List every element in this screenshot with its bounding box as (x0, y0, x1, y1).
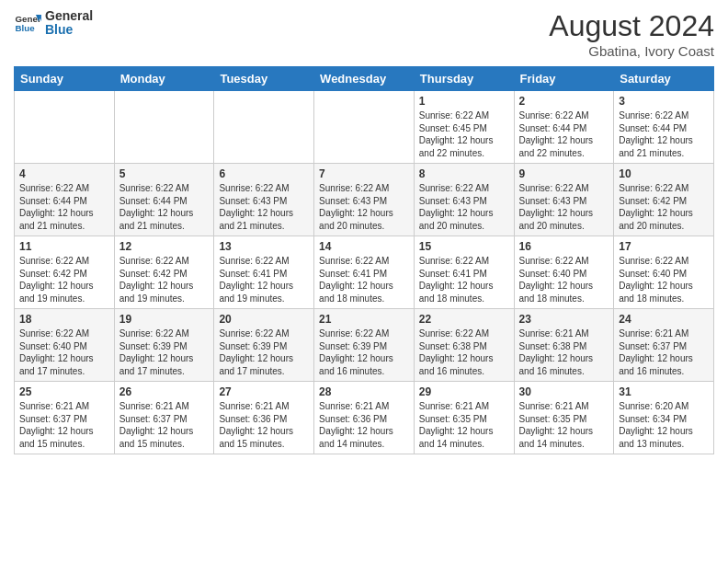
day-info: Sunrise: 6:22 AM Sunset: 6:39 PM Dayligh… (319, 327, 409, 377)
cal-cell-2-1: 12Sunrise: 6:22 AM Sunset: 6:42 PM Dayli… (114, 236, 214, 309)
calendar-table: Sunday Monday Tuesday Wednesday Thursday… (14, 66, 714, 454)
header-friday: Friday (514, 67, 614, 91)
cal-cell-1-5: 9Sunrise: 6:22 AM Sunset: 6:43 PM Daylig… (514, 164, 614, 236)
header-tuesday: Tuesday (214, 67, 314, 91)
cal-cell-3-5: 23Sunrise: 6:21 AM Sunset: 6:38 PM Dayli… (514, 309, 614, 382)
cal-cell-1-6: 10Sunrise: 6:22 AM Sunset: 6:42 PM Dayli… (614, 164, 714, 236)
day-number: 18 (19, 313, 109, 326)
day-info: Sunrise: 6:21 AM Sunset: 6:35 PM Dayligh… (419, 400, 509, 450)
header-wednesday: Wednesday (314, 67, 415, 91)
day-info: Sunrise: 6:20 AM Sunset: 6:34 PM Dayligh… (619, 400, 709, 450)
day-info: Sunrise: 6:22 AM Sunset: 6:40 PM Dayligh… (519, 255, 609, 304)
day-number: 25 (19, 385, 109, 398)
day-number: 29 (419, 385, 509, 398)
day-number: 22 (419, 313, 509, 326)
week-row-2: 4Sunrise: 6:22 AM Sunset: 6:44 PM Daylig… (15, 164, 714, 236)
cal-cell-1-3: 7Sunrise: 6:22 AM Sunset: 6:43 PM Daylig… (314, 164, 415, 236)
day-info: Sunrise: 6:22 AM Sunset: 6:39 PM Dayligh… (119, 327, 210, 377)
week-row-3: 11Sunrise: 6:22 AM Sunset: 6:42 PM Dayli… (15, 236, 714, 309)
logo-wordmark: General Blue (45, 9, 93, 38)
day-info: Sunrise: 6:21 AM Sunset: 6:35 PM Dayligh… (519, 400, 609, 450)
day-info: Sunrise: 6:22 AM Sunset: 6:44 PM Dayligh… (19, 182, 109, 232)
day-number: 4 (19, 167, 109, 180)
day-number: 9 (519, 167, 609, 180)
cal-cell-1-2: 6Sunrise: 6:22 AM Sunset: 6:43 PM Daylig… (214, 164, 314, 236)
day-info: Sunrise: 6:22 AM Sunset: 6:44 PM Dayligh… (619, 109, 709, 159)
day-number: 28 (319, 385, 409, 398)
day-number: 12 (119, 240, 210, 253)
day-info: Sunrise: 6:22 AM Sunset: 6:43 PM Dayligh… (419, 182, 509, 232)
day-number: 17 (619, 240, 709, 253)
day-number: 16 (519, 240, 609, 253)
cal-cell-3-6: 24Sunrise: 6:21 AM Sunset: 6:37 PM Dayli… (614, 309, 714, 382)
day-number: 8 (419, 167, 509, 180)
day-info: Sunrise: 6:21 AM Sunset: 6:37 PM Dayligh… (119, 400, 210, 450)
location-subtitle: Gbatina, Ivory Coast (549, 43, 714, 59)
day-info: Sunrise: 6:22 AM Sunset: 6:42 PM Dayligh… (19, 255, 109, 304)
svg-text:Blue: Blue (16, 23, 36, 33)
day-number: 6 (219, 167, 309, 180)
cal-cell-0-3 (314, 91, 415, 164)
week-row-4: 18Sunrise: 6:22 AM Sunset: 6:40 PM Dayli… (15, 309, 714, 382)
cal-cell-2-4: 15Sunrise: 6:22 AM Sunset: 6:41 PM Dayli… (414, 236, 514, 309)
day-info: Sunrise: 6:22 AM Sunset: 6:39 PM Dayligh… (219, 327, 309, 377)
cal-cell-1-4: 8Sunrise: 6:22 AM Sunset: 6:43 PM Daylig… (414, 164, 514, 236)
day-header-row: Sunday Monday Tuesday Wednesday Thursday… (15, 67, 714, 91)
day-info: Sunrise: 6:22 AM Sunset: 6:44 PM Dayligh… (519, 109, 609, 159)
cal-cell-4-1: 26Sunrise: 6:21 AM Sunset: 6:37 PM Dayli… (114, 382, 214, 454)
logo-icon: General Blue (14, 9, 41, 37)
cal-cell-0-1 (114, 91, 214, 164)
day-number: 31 (619, 385, 709, 398)
cal-cell-3-1: 19Sunrise: 6:22 AM Sunset: 6:39 PM Dayli… (114, 309, 214, 382)
cal-cell-3-4: 22Sunrise: 6:22 AM Sunset: 6:38 PM Dayli… (414, 309, 514, 382)
day-info: Sunrise: 6:22 AM Sunset: 6:43 PM Dayligh… (219, 182, 309, 232)
cal-cell-1-1: 5Sunrise: 6:22 AM Sunset: 6:44 PM Daylig… (114, 164, 214, 236)
day-number: 3 (619, 95, 709, 108)
day-number: 30 (519, 385, 609, 398)
cal-cell-3-0: 18Sunrise: 6:22 AM Sunset: 6:40 PM Dayli… (15, 309, 115, 382)
day-info: Sunrise: 6:21 AM Sunset: 6:36 PM Dayligh… (319, 400, 409, 450)
day-number: 21 (319, 313, 409, 326)
day-info: Sunrise: 6:21 AM Sunset: 6:37 PM Dayligh… (19, 400, 109, 450)
cal-cell-0-6: 3Sunrise: 6:22 AM Sunset: 6:44 PM Daylig… (614, 91, 714, 164)
cal-cell-4-0: 25Sunrise: 6:21 AM Sunset: 6:37 PM Dayli… (15, 382, 115, 454)
cal-cell-0-4: 1Sunrise: 6:22 AM Sunset: 6:45 PM Daylig… (414, 91, 514, 164)
day-number: 1 (419, 95, 509, 108)
day-number: 24 (619, 313, 709, 326)
day-number: 13 (219, 240, 309, 253)
day-number: 7 (319, 167, 409, 180)
month-year-title: August 2024 (549, 9, 714, 43)
day-info: Sunrise: 6:22 AM Sunset: 6:43 PM Dayligh… (519, 182, 609, 232)
header: General Blue General Blue August 2024 Gb… (14, 9, 714, 59)
header-saturday: Saturday (614, 67, 714, 91)
day-info: Sunrise: 6:22 AM Sunset: 6:40 PM Dayligh… (19, 327, 109, 377)
cal-cell-0-0 (15, 91, 115, 164)
day-number: 15 (419, 240, 509, 253)
day-info: Sunrise: 6:22 AM Sunset: 6:44 PM Dayligh… (119, 182, 210, 232)
day-info: Sunrise: 6:22 AM Sunset: 6:42 PM Dayligh… (619, 182, 709, 232)
day-number: 2 (519, 95, 609, 108)
day-number: 20 (219, 313, 309, 326)
day-info: Sunrise: 6:22 AM Sunset: 6:41 PM Dayligh… (419, 255, 509, 304)
logo-blue: Blue (45, 23, 93, 37)
day-number: 10 (619, 167, 709, 180)
cal-cell-2-3: 14Sunrise: 6:22 AM Sunset: 6:41 PM Dayli… (314, 236, 415, 309)
day-number: 19 (119, 313, 210, 326)
cal-cell-2-2: 13Sunrise: 6:22 AM Sunset: 6:41 PM Dayli… (214, 236, 314, 309)
week-row-1: 1Sunrise: 6:22 AM Sunset: 6:45 PM Daylig… (15, 91, 714, 164)
day-info: Sunrise: 6:22 AM Sunset: 6:40 PM Dayligh… (619, 255, 709, 304)
cal-cell-0-2 (214, 91, 314, 164)
cal-cell-3-2: 20Sunrise: 6:22 AM Sunset: 6:39 PM Dayli… (214, 309, 314, 382)
logo: General Blue General Blue (14, 9, 93, 38)
week-row-5: 25Sunrise: 6:21 AM Sunset: 6:37 PM Dayli… (15, 382, 714, 454)
cal-cell-1-0: 4Sunrise: 6:22 AM Sunset: 6:44 PM Daylig… (15, 164, 115, 236)
day-info: Sunrise: 6:22 AM Sunset: 6:38 PM Dayligh… (419, 327, 509, 377)
day-number: 11 (19, 240, 109, 253)
cal-cell-4-6: 31Sunrise: 6:20 AM Sunset: 6:34 PM Dayli… (614, 382, 714, 454)
cal-cell-4-5: 30Sunrise: 6:21 AM Sunset: 6:35 PM Dayli… (514, 382, 614, 454)
cal-cell-4-3: 28Sunrise: 6:21 AM Sunset: 6:36 PM Dayli… (314, 382, 415, 454)
cal-cell-2-6: 17Sunrise: 6:22 AM Sunset: 6:40 PM Dayli… (614, 236, 714, 309)
title-block: August 2024 Gbatina, Ivory Coast (549, 9, 714, 59)
cal-cell-0-5: 2Sunrise: 6:22 AM Sunset: 6:44 PM Daylig… (514, 91, 614, 164)
day-number: 5 (119, 167, 210, 180)
